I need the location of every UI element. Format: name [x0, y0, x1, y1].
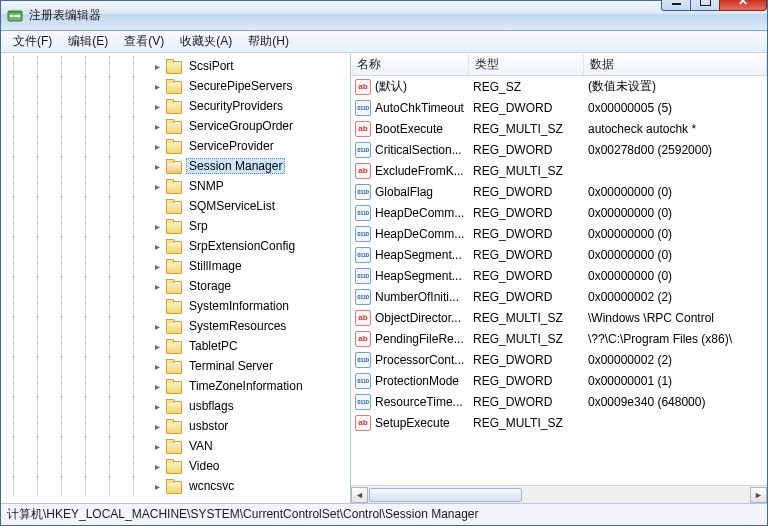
expander-closed-icon[interactable]: ▸	[151, 260, 164, 273]
folder-icon	[166, 419, 182, 433]
registry-tree: ▸ScsiPort▸SecurePipeServers▸SecurityProv…	[1, 54, 350, 498]
expander-closed-icon[interactable]: ▸	[151, 440, 164, 453]
titlebar[interactable]: 注册表编辑器	[1, 1, 767, 31]
value-data: 0x00000001 (1)	[588, 374, 767, 388]
expander-closed-icon[interactable]: ▸	[151, 480, 164, 493]
tree-item[interactable]: ▸SecurityProviders	[7, 96, 350, 116]
tree-item[interactable]: ▸SecurePipeServers	[7, 76, 350, 96]
list-row[interactable]: 0110ProtectionModeREG_DWORD0x00000001 (1…	[351, 370, 767, 391]
list-row[interactable]: 0110ProcessorCont...REG_DWORD0x00000002 …	[351, 349, 767, 370]
expander-closed-icon[interactable]: ▸	[151, 220, 164, 233]
tree-item[interactable]: ▸VAN	[7, 436, 350, 456]
expander-closed-icon[interactable]: ▸	[151, 320, 164, 333]
column-header-data[interactable]: 数据	[584, 54, 767, 75]
value-data: 0x00000005 (5)	[588, 101, 767, 115]
expander-closed-icon[interactable]: ▸	[151, 400, 164, 413]
tree-item[interactable]: ▸SystemInformation	[7, 296, 350, 316]
horizontal-scrollbar[interactable]: ◄ ►	[351, 485, 767, 503]
tree-item[interactable]: ▸Srp	[7, 216, 350, 236]
binary-value-icon: 0110	[355, 352, 371, 368]
tree-item-label: Terminal Server	[186, 358, 276, 374]
value-data: 0x00000000 (0)	[588, 185, 767, 199]
menu-favorites[interactable]: 收藏夹(A)	[172, 31, 240, 52]
tree-item-label: SrpExtensionConfig	[186, 238, 298, 254]
scroll-track[interactable]	[368, 487, 750, 503]
tree-item[interactable]: ▸SrpExtensionConfig	[7, 236, 350, 256]
tree-item-label: SecurePipeServers	[186, 78, 295, 94]
list-row[interactable]: 0110AutoChkTimeoutREG_DWORD0x00000005 (5…	[351, 97, 767, 118]
scroll-thumb[interactable]	[369, 488, 522, 502]
folder-icon	[166, 279, 182, 293]
list-row[interactable]: 0110HeapSegment...REG_DWORD0x00000000 (0…	[351, 265, 767, 286]
expander-closed-icon[interactable]: ▸	[151, 420, 164, 433]
list-row[interactable]: 0110ResourceTime...REG_DWORD0x0009e340 (…	[351, 391, 767, 412]
list-row[interactable]: 0110HeapSegment...REG_DWORD0x00000000 (0…	[351, 244, 767, 265]
folder-icon	[166, 319, 182, 333]
expander-closed-icon[interactable]: ▸	[151, 160, 164, 173]
tree-item[interactable]: ▸Terminal Server	[7, 356, 350, 376]
tree-item[interactable]: ▸Storage	[7, 276, 350, 296]
list-row[interactable]: 0110HeapDeComm...REG_DWORD0x00000000 (0)	[351, 223, 767, 244]
list-body[interactable]: ab(默认)REG_SZ(数值未设置)0110AutoChkTimeoutREG…	[351, 76, 767, 485]
expander-closed-icon[interactable]: ▸	[151, 140, 164, 153]
tree-item[interactable]: ▸SQMServiceList	[7, 196, 350, 216]
binary-value-icon: 0110	[355, 226, 371, 242]
list-row[interactable]: ab(默认)REG_SZ(数值未设置)	[351, 76, 767, 97]
scroll-left-arrow-icon[interactable]: ◄	[351, 487, 368, 503]
binary-value-icon: 0110	[355, 373, 371, 389]
column-header-name[interactable]: 名称	[351, 54, 469, 75]
minimize-button[interactable]	[661, 0, 691, 11]
menu-edit[interactable]: 编辑(E)	[60, 31, 116, 52]
expander-closed-icon[interactable]: ▸	[151, 340, 164, 353]
expander-closed-icon[interactable]: ▸	[151, 100, 164, 113]
folder-icon	[166, 359, 182, 373]
tree-item-label: SQMServiceList	[186, 198, 278, 214]
maximize-button[interactable]	[690, 0, 720, 11]
list-row[interactable]: 0110GlobalFlagREG_DWORD0x00000000 (0)	[351, 181, 767, 202]
expander-closed-icon[interactable]: ▸	[151, 280, 164, 293]
tree-pane[interactable]: ▸ScsiPort▸SecurePipeServers▸SecurityProv…	[1, 54, 351, 503]
tree-item-label: TimeZoneInformation	[186, 378, 306, 394]
tree-item[interactable]: ▸Video	[7, 456, 350, 476]
expander-closed-icon[interactable]: ▸	[151, 80, 164, 93]
tree-item-label: Srp	[186, 218, 211, 234]
tree-item[interactable]: ▸TimeZoneInformation	[7, 376, 350, 396]
menu-view[interactable]: 查看(V)	[116, 31, 172, 52]
string-value-icon: ab	[355, 79, 371, 95]
list-row[interactable]: abBootExecuteREG_MULTI_SZautocheck autoc…	[351, 118, 767, 139]
list-row[interactable]: abExcludeFromK...REG_MULTI_SZ	[351, 160, 767, 181]
value-data: \??\C:\Program Files (x86)\	[588, 332, 767, 346]
expander-closed-icon[interactable]: ▸	[151, 460, 164, 473]
tree-item[interactable]: ▸Session Manager	[7, 156, 350, 176]
expander-closed-icon[interactable]: ▸	[151, 360, 164, 373]
close-button[interactable]	[719, 0, 767, 11]
tree-item[interactable]: ▸ServiceProvider	[7, 136, 350, 156]
expander-closed-icon[interactable]: ▸	[151, 120, 164, 133]
expander-closed-icon[interactable]: ▸	[151, 60, 164, 73]
tree-item[interactable]: ▸ScsiPort	[7, 56, 350, 76]
tree-item[interactable]: ▸wcncsvc	[7, 476, 350, 496]
tree-item[interactable]: ▸usbstor	[7, 416, 350, 436]
value-name: NumberOfIniti...	[375, 290, 473, 304]
list-row[interactable]: 0110CriticalSection...REG_DWORD0x00278d0…	[351, 139, 767, 160]
tree-item[interactable]: ▸SNMP	[7, 176, 350, 196]
tree-item-label: Session Manager	[186, 158, 285, 174]
tree-item[interactable]: ▸TabletPC	[7, 336, 350, 356]
list-row[interactable]: abPendingFileRe...REG_MULTI_SZ\??\C:\Pro…	[351, 328, 767, 349]
column-header-type[interactable]: 类型	[469, 54, 584, 75]
tree-item[interactable]: ▸usbflags	[7, 396, 350, 416]
menu-file[interactable]: 文件(F)	[5, 31, 60, 52]
list-row[interactable]: abSetupExecuteREG_MULTI_SZ	[351, 412, 767, 433]
tree-item[interactable]: ▸StillImage	[7, 256, 350, 276]
list-row[interactable]: 0110NumberOfIniti...REG_DWORD0x00000002 …	[351, 286, 767, 307]
expander-closed-icon[interactable]: ▸	[151, 240, 164, 253]
list-row[interactable]: 0110HeapDeComm...REG_DWORD0x00000000 (0)	[351, 202, 767, 223]
binary-value-icon: 0110	[355, 394, 371, 410]
scroll-right-arrow-icon[interactable]: ►	[750, 487, 767, 503]
tree-item[interactable]: ▸SystemResources	[7, 316, 350, 336]
list-row[interactable]: abObjectDirector...REG_MULTI_SZ\Windows …	[351, 307, 767, 328]
tree-item[interactable]: ▸ServiceGroupOrder	[7, 116, 350, 136]
expander-closed-icon[interactable]: ▸	[151, 180, 164, 193]
menu-help[interactable]: 帮助(H)	[240, 31, 297, 52]
expander-closed-icon[interactable]: ▸	[151, 380, 164, 393]
